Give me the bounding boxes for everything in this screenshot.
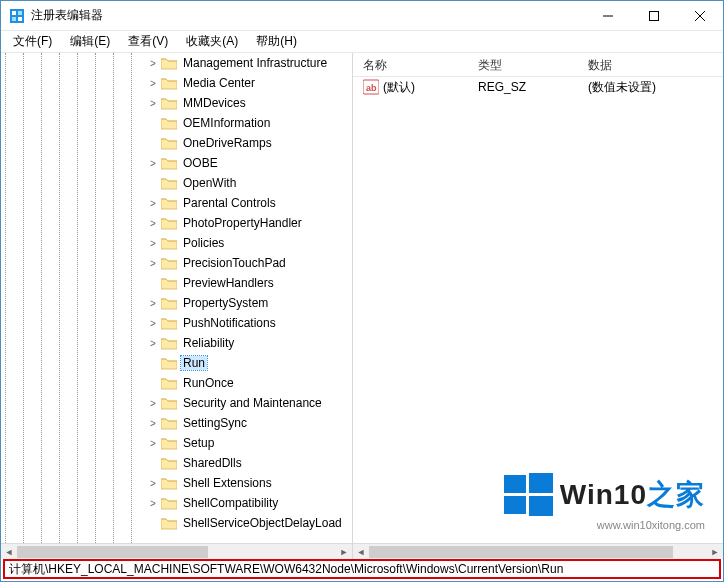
folder-icon xyxy=(161,356,177,370)
tree-node-label[interactable]: Shell Extensions xyxy=(181,476,274,490)
tree-node[interactable]: PreviewHandlers xyxy=(1,273,352,293)
tree-node-label[interactable]: PhotoPropertyHandler xyxy=(181,216,304,230)
chevron-right-icon[interactable]: > xyxy=(147,238,159,249)
tree-node[interactable]: >PropertySystem xyxy=(1,293,352,313)
menu-favorites[interactable]: 收藏夹(A) xyxy=(178,31,246,52)
tree-node[interactable]: ShellServiceObjectDelayLoad xyxy=(1,513,352,533)
folder-icon xyxy=(161,336,177,350)
list-h-scrollbar[interactable]: ◄ ► xyxy=(353,543,723,559)
chevron-right-icon[interactable]: > xyxy=(147,158,159,169)
tree-node-label[interactable]: PushNotifications xyxy=(181,316,278,330)
chevron-right-icon[interactable]: > xyxy=(147,498,159,509)
tree-node-label[interactable]: OneDriveRamps xyxy=(181,136,274,150)
chevron-right-icon[interactable]: > xyxy=(147,298,159,309)
scroll-right-icon[interactable]: ► xyxy=(336,544,352,560)
col-type[interactable]: 类型 xyxy=(468,53,578,76)
window-title: 注册表编辑器 xyxy=(31,7,103,24)
scroll-thumb[interactable] xyxy=(17,546,208,558)
chevron-right-icon[interactable]: > xyxy=(147,418,159,429)
tree-node-label[interactable]: Management Infrastructure xyxy=(181,56,329,70)
tree-node-label[interactable]: Parental Controls xyxy=(181,196,278,210)
tree-node-label[interactable]: MMDevices xyxy=(181,96,248,110)
tree-node-label[interactable]: SharedDlls xyxy=(181,456,244,470)
list-body[interactable]: (默认)REG_SZ(数值未设置) ◄ ► xyxy=(353,77,723,559)
tree-node[interactable]: RunOnce xyxy=(1,373,352,393)
menu-edit[interactable]: 编辑(E) xyxy=(62,31,118,52)
tree-node-label[interactable]: Media Center xyxy=(181,76,257,90)
scroll-left-icon[interactable]: ◄ xyxy=(353,544,369,560)
chevron-right-icon[interactable]: > xyxy=(147,438,159,449)
chevron-right-icon[interactable]: > xyxy=(147,98,159,109)
chevron-right-icon[interactable]: > xyxy=(147,78,159,89)
tree-node[interactable]: >ShellCompatibility xyxy=(1,493,352,513)
tree-node[interactable]: OneDriveRamps xyxy=(1,133,352,153)
minimize-button[interactable] xyxy=(585,1,631,31)
svg-rect-3 xyxy=(12,17,16,21)
regedit-window: 注册表编辑器 文件(F) 编辑(E) 查看(V) 收藏夹(A) 帮助(H) >M… xyxy=(0,0,724,582)
tree-node-label[interactable]: OEMInformation xyxy=(181,116,272,130)
tree-node-label[interactable]: PropertySystem xyxy=(181,296,270,310)
tree-node[interactable]: OEMInformation xyxy=(1,113,352,133)
tree-node[interactable]: OpenWith xyxy=(1,173,352,193)
folder-icon xyxy=(161,436,177,450)
menu-view[interactable]: 查看(V) xyxy=(120,31,176,52)
tree-node-label[interactable]: Reliability xyxy=(181,336,236,350)
col-data[interactable]: 数据 xyxy=(578,53,723,76)
content-area: >Management Infrastructure>Media Center>… xyxy=(1,53,723,559)
tree-node[interactable]: >PushNotifications xyxy=(1,313,352,333)
tree-node[interactable]: >Shell Extensions xyxy=(1,473,352,493)
tree-node[interactable]: >Media Center xyxy=(1,73,352,93)
tree-node-label[interactable]: Policies xyxy=(181,236,226,250)
scroll-thumb[interactable] xyxy=(369,546,673,558)
tree-node-label[interactable]: ShellCompatibility xyxy=(181,496,280,510)
chevron-right-icon[interactable]: > xyxy=(147,198,159,209)
tree-node[interactable]: SharedDlls xyxy=(1,453,352,473)
maximize-button[interactable] xyxy=(631,1,677,31)
tree-node-label[interactable]: PrecisionTouchPad xyxy=(181,256,288,270)
menu-file[interactable]: 文件(F) xyxy=(5,31,60,52)
tree-node-label[interactable]: Security and Maintenance xyxy=(181,396,324,410)
chevron-right-icon[interactable]: > xyxy=(147,338,159,349)
folder-icon xyxy=(161,516,177,530)
folder-icon xyxy=(161,76,177,90)
chevron-right-icon[interactable]: > xyxy=(147,478,159,489)
chevron-right-icon[interactable]: > xyxy=(147,218,159,229)
scroll-left-icon[interactable]: ◄ xyxy=(1,544,17,560)
tree-node[interactable]: >SettingSync xyxy=(1,413,352,433)
col-name[interactable]: 名称 xyxy=(353,53,468,76)
menu-help[interactable]: 帮助(H) xyxy=(248,31,305,52)
tree-node[interactable]: >Parental Controls xyxy=(1,193,352,213)
tree-node[interactable]: >PhotoPropertyHandler xyxy=(1,213,352,233)
chevron-right-icon[interactable]: > xyxy=(147,398,159,409)
tree-node[interactable]: >PrecisionTouchPad xyxy=(1,253,352,273)
tree-h-scrollbar[interactable]: ◄ ► xyxy=(1,543,352,559)
tree-node[interactable]: Run xyxy=(1,353,352,373)
tree-node[interactable]: >Policies xyxy=(1,233,352,253)
chevron-right-icon[interactable]: > xyxy=(147,58,159,69)
tree-node[interactable]: >OOBE xyxy=(1,153,352,173)
folder-icon xyxy=(161,396,177,410)
tree-node-label[interactable]: Run xyxy=(181,356,207,370)
tree-node-label[interactable]: OpenWith xyxy=(181,176,238,190)
tree-node[interactable]: >Reliability xyxy=(1,333,352,353)
tree-node[interactable]: >MMDevices xyxy=(1,93,352,113)
tree-node[interactable]: >Management Infrastructure xyxy=(1,53,352,73)
registry-tree[interactable]: >Management Infrastructure>Media Center>… xyxy=(1,53,352,543)
values-pane: 名称 类型 数据 (默认)REG_SZ(数值未设置) ◄ ► xyxy=(353,53,723,559)
scroll-right-icon[interactable]: ► xyxy=(707,544,723,560)
address-bar[interactable]: 计算机\HKEY_LOCAL_MACHINE\SOFTWARE\WOW6432N… xyxy=(3,559,721,579)
chevron-right-icon[interactable]: > xyxy=(147,318,159,329)
folder-icon xyxy=(161,216,177,230)
value-type: REG_SZ xyxy=(468,80,578,94)
tree-node-label[interactable]: RunOnce xyxy=(181,376,236,390)
tree-node[interactable]: >Security and Maintenance xyxy=(1,393,352,413)
tree-node-label[interactable]: OOBE xyxy=(181,156,220,170)
tree-node-label[interactable]: PreviewHandlers xyxy=(181,276,276,290)
tree-node-label[interactable]: SettingSync xyxy=(181,416,249,430)
tree-node-label[interactable]: Setup xyxy=(181,436,216,450)
tree-node-label[interactable]: ShellServiceObjectDelayLoad xyxy=(181,516,344,530)
chevron-right-icon[interactable]: > xyxy=(147,258,159,269)
list-row[interactable]: (默认)REG_SZ(数值未设置) xyxy=(353,77,723,97)
tree-node[interactable]: >Setup xyxy=(1,433,352,453)
close-button[interactable] xyxy=(677,1,723,31)
